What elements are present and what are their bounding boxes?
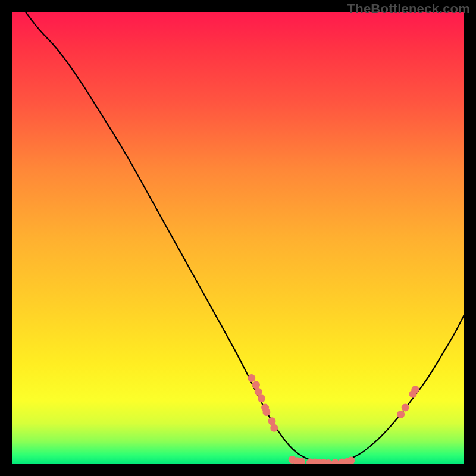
data-marker — [270, 424, 278, 432]
data-marker — [268, 417, 276, 425]
data-marker — [347, 456, 355, 464]
watermark-text: TheBottleneck.com — [347, 1, 470, 17]
data-marker — [411, 386, 419, 393]
data-marker — [397, 411, 405, 418]
chart-plot-area — [12, 12, 464, 464]
data-marker — [252, 381, 260, 389]
data-marker — [255, 388, 262, 396]
data-markers-group — [248, 374, 419, 464]
data-marker — [262, 408, 270, 416]
chart-svg — [12, 12, 464, 464]
data-marker — [258, 394, 265, 402]
bottleneck-curve — [26, 12, 464, 463]
data-marker — [331, 459, 339, 464]
data-marker — [248, 374, 255, 382]
data-marker — [402, 404, 409, 412]
